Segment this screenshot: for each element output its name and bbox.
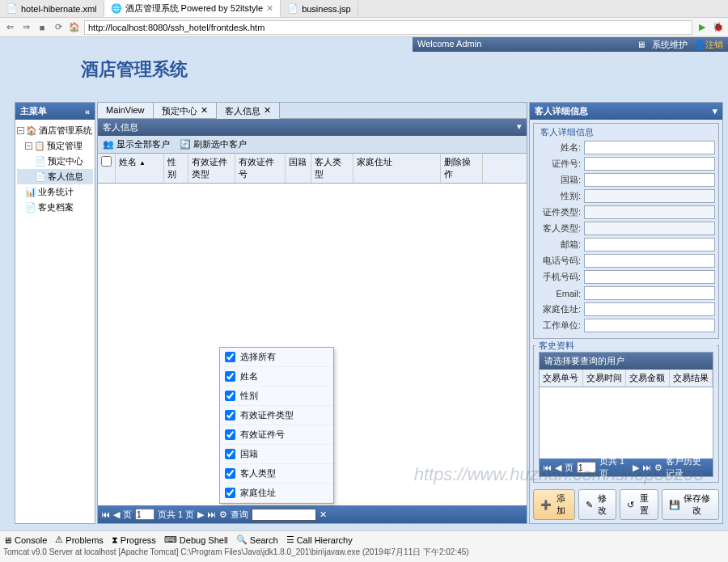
tree-reserve-mgmt[interactable]: − 📋 预定管理: [17, 138, 93, 154]
tab-guest-info[interactable]: 客人信息✕: [217, 103, 280, 119]
picker-item-name[interactable]: 姓名: [220, 367, 333, 387]
picker-item-sex[interactable]: 性别: [220, 387, 333, 406]
modify-button[interactable]: ✎修改: [578, 489, 617, 520]
gear-icon[interactable]: ⚙: [219, 509, 227, 520]
browser-tab-jsp[interactable]: 📄 business.jsp: [281, 1, 358, 16]
guest-grid-body[interactable]: 选择所有 姓名 性别 有效证件类型 有效证件号 国籍 客人类型 家庭住址: [98, 184, 527, 505]
th-name[interactable]: 姓名 ▲: [116, 154, 164, 183]
input-email-cn[interactable]: [584, 238, 715, 251]
input-cardno[interactable]: [584, 157, 715, 171]
search-input[interactable]: [252, 509, 316, 521]
gear-icon[interactable]: ⚙: [654, 463, 662, 473]
tab-mainview[interactable]: MainView: [98, 103, 154, 118]
last-page-icon[interactable]: ⏭: [642, 463, 651, 472]
tree-root[interactable]: − 🏠 酒店管理系统: [17, 123, 93, 138]
collapse-icon[interactable]: ▾: [713, 106, 717, 116]
th-home-addr[interactable]: 家庭住址: [353, 154, 441, 183]
checkbox[interactable]: [225, 449, 235, 459]
input-phone[interactable]: [584, 254, 715, 268]
add-button[interactable]: ➕添加: [533, 489, 575, 520]
first-page-icon[interactable]: ⏮: [543, 463, 552, 472]
close-icon[interactable]: ✕: [201, 105, 208, 116]
input-email-en[interactable]: [584, 286, 715, 300]
th-guest-type[interactable]: 客人类型: [311, 154, 353, 183]
history-grid-body[interactable]: [540, 387, 713, 458]
checkbox[interactable]: [225, 371, 235, 382]
input-work[interactable]: [584, 319, 715, 332]
tree-reserve-center[interactable]: 📄 预定中心: [17, 154, 93, 169]
view-progress[interactable]: ⧗Progress: [112, 535, 156, 545]
clear-icon[interactable]: ✕: [320, 509, 327, 520]
th-card-type[interactable]: 有效证件类型: [188, 154, 235, 183]
picker-item-cardno[interactable]: 有效证件号: [220, 425, 333, 445]
input-addr[interactable]: [584, 302, 715, 316]
toggle-icon[interactable]: −: [17, 127, 24, 134]
tree-biz-stats[interactable]: 📊 业务统计: [17, 184, 93, 200]
th-nation[interactable]: 国籍: [286, 154, 311, 183]
close-icon[interactable]: ✕: [264, 105, 271, 116]
picker-item-nation[interactable]: 国籍: [220, 445, 333, 464]
input-nation[interactable]: [584, 173, 715, 187]
debug-button[interactable]: 🐞: [712, 21, 725, 34]
th-sex[interactable]: 性别: [164, 154, 188, 183]
refresh-button[interactable]: ⟳: [52, 21, 65, 34]
collapse-icon[interactable]: «: [85, 107, 90, 116]
picker-item-addr[interactable]: 家庭住址: [220, 484, 333, 503]
checkbox[interactable]: [225, 488, 235, 498]
input-mobile[interactable]: [584, 270, 715, 284]
stop-button[interactable]: ■: [36, 21, 49, 34]
next-page-icon[interactable]: ▶: [197, 509, 204, 520]
checkbox[interactable]: [225, 410, 235, 420]
browser-tab-app[interactable]: 🌐 酒店管理系统 Powered by 52itstyle ✕: [104, 0, 281, 17]
picker-item-cardtype[interactable]: 有效证件类型: [220, 406, 333, 425]
sys-maint-link[interactable]: 系统维护: [652, 39, 688, 51]
back-button[interactable]: ⇐: [3, 21, 16, 34]
tree-history[interactable]: 📄 客史档案: [17, 200, 93, 215]
th-card-no[interactable]: 有效证件号: [235, 154, 286, 183]
th-trans-amount[interactable]: 交易金额: [626, 370, 670, 387]
collapse-icon[interactable]: ▾: [517, 121, 522, 133]
tree-guest-info[interactable]: 📄 客人信息: [17, 169, 93, 184]
first-page-icon[interactable]: ⏮: [101, 509, 110, 519]
logout-link[interactable]: 注销: [705, 40, 723, 49]
view-debug-shell[interactable]: ⌨Debug Shell: [164, 535, 228, 545]
page-input[interactable]: [577, 462, 596, 473]
run-button[interactable]: ▶: [696, 21, 709, 34]
th-trans-result[interactable]: 交易结果: [670, 370, 713, 387]
save-button[interactable]: 💾保存修改: [662, 489, 719, 520]
page-input[interactable]: [135, 509, 154, 520]
home-button[interactable]: 🏠: [68, 21, 81, 34]
th-checkbox[interactable]: [98, 154, 116, 183]
input-cardtype[interactable]: [584, 205, 715, 219]
checkbox[interactable]: [225, 468, 235, 479]
input-name[interactable]: [584, 141, 715, 154]
th-trans-time[interactable]: 交易时间: [583, 370, 627, 387]
view-search[interactable]: 🔍Search: [236, 535, 278, 545]
prev-page-icon[interactable]: ◀: [555, 463, 561, 473]
tab-reserve-center[interactable]: 预定中心✕: [154, 103, 217, 118]
view-problems[interactable]: ⚠Problems: [55, 535, 103, 545]
th-delete-op[interactable]: 删除操作: [441, 154, 483, 183]
address-bar[interactable]: [84, 20, 692, 35]
checkbox[interactable]: [225, 391, 235, 401]
input-gtype[interactable]: [584, 222, 715, 235]
select-all-checkbox[interactable]: [101, 156, 112, 167]
show-all-button[interactable]: 👥 显示全部客户: [103, 138, 170, 150]
last-page-icon[interactable]: ⏭: [207, 509, 216, 519]
forward-button[interactable]: ⇒: [19, 21, 32, 34]
checkbox[interactable]: [225, 352, 235, 362]
browser-tab-hotel-xml[interactable]: 📄 hotel-hibernate.xml: [0, 1, 104, 16]
checkbox[interactable]: [225, 429, 235, 440]
close-icon[interactable]: ✕: [266, 3, 273, 14]
toggle-icon[interactable]: −: [25, 142, 32, 150]
next-page-icon[interactable]: ▶: [633, 463, 639, 473]
th-trans-no[interactable]: 交易单号: [540, 370, 583, 387]
view-call-hierarchy[interactable]: ☰Call Hierarchy: [286, 535, 353, 545]
reset-button[interactable]: ↺重置: [620, 489, 658, 520]
picker-select-all[interactable]: 选择所有: [220, 348, 333, 367]
prev-page-icon[interactable]: ◀: [113, 509, 120, 520]
refresh-selected-button[interactable]: 🔄 刷新选中客户: [180, 138, 247, 150]
input-sex[interactable]: [584, 189, 715, 203]
picker-item-gtype[interactable]: 客人类型: [220, 464, 333, 484]
view-console[interactable]: 🖥Console: [3, 535, 47, 545]
